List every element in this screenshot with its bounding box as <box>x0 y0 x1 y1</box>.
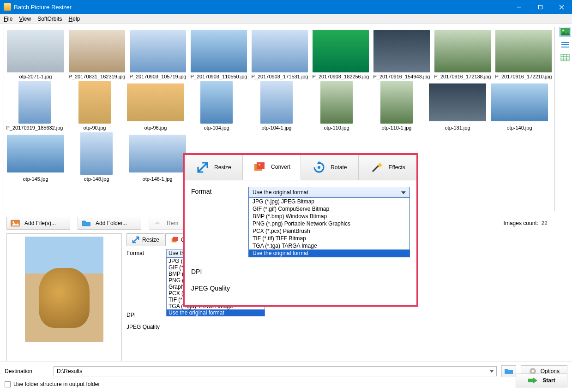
callout-tab-convert[interactable]: Convert <box>243 155 301 180</box>
svg-rect-13 <box>561 54 569 61</box>
thumbnail-item[interactable]: otp-110.jpg <box>309 81 364 131</box>
format-option[interactable]: TIF (*.tif) TIFF Bitmap <box>249 235 409 242</box>
tab-resize-label: Resize <box>142 237 159 243</box>
thumbnail-image <box>7 132 64 175</box>
view-sidebar <box>557 24 572 392</box>
add-files-button[interactable]: Add File(s)... <box>6 217 70 230</box>
svg-rect-1 <box>538 5 542 9</box>
resize-icon <box>196 160 210 174</box>
thumbnail-item[interactable]: P_20170903_110550.jpg <box>191 30 247 79</box>
preview-image <box>25 237 103 342</box>
callout-tab-rotate-label: Rotate <box>331 164 347 171</box>
thumbnail-image <box>129 132 186 175</box>
thumbnail-item[interactable]: otp-104.jpg <box>189 81 244 131</box>
thumbnail-item[interactable]: P_20170831_162319.jpg <box>69 30 125 79</box>
callout-tab-rotate[interactable]: Rotate <box>301 155 359 180</box>
convert-icon <box>253 160 266 174</box>
callout-tab-resize[interactable]: Resize <box>185 155 243 180</box>
thumbnails-icon <box>560 28 570 36</box>
jpeg-label-small: JPEG Quality <box>126 324 166 330</box>
thumbnail-item[interactable]: P_20170916_154943.jpg <box>373 30 430 79</box>
titlebar: Batch Picture Resizer <box>0 0 572 14</box>
format-option[interactable]: PNG (*.png) Portable Network Graphics <box>249 220 409 227</box>
format-label-small: Format <box>126 250 166 256</box>
thumbnail-image <box>18 81 51 124</box>
destination-combobox[interactable]: D:\Results <box>54 366 497 376</box>
svg-point-19 <box>531 370 534 373</box>
thumbnail-image <box>491 81 548 124</box>
callout-dpi-label: DPI <box>191 267 248 275</box>
thumbnail-item[interactable]: otp-148.jpg <box>69 132 124 182</box>
svg-point-9 <box>562 30 564 31</box>
thumbnail-item[interactable]: otp-96.jpg <box>127 81 184 131</box>
thumbnail-label: P_20170831_162319.jpg <box>69 74 126 79</box>
thumbnail-item[interactable]: otp-110-1.jpg <box>369 81 424 131</box>
thumbnail-item[interactable]: otp-140.jpg <box>491 81 548 131</box>
start-button[interactable]: Start <box>516 374 567 387</box>
thumbnail-image <box>252 30 308 72</box>
use-folder-structure-checkbox[interactable] <box>5 381 11 387</box>
format-option[interactable]: Use the original format <box>249 249 409 257</box>
svg-rect-22 <box>257 162 265 169</box>
menu-help[interactable]: Help <box>69 16 80 22</box>
format-option[interactable]: BMP (*.bmp) Windows Bitmap <box>249 213 409 220</box>
rotate-icon <box>312 160 326 174</box>
thumbnail-item[interactable]: P_20170916_172138.jpg <box>434 30 491 79</box>
callout-tab-effects[interactable]: Effects <box>359 155 416 180</box>
browse-destination-button[interactable] <box>501 365 516 377</box>
menu-file[interactable]: File <box>4 16 12 22</box>
thumbnail-label: otp-90.jpg <box>84 125 106 131</box>
thumbnail-image <box>130 30 186 72</box>
thumbnail-item[interactable]: otp-104-1.jpg <box>249 81 304 131</box>
thumbnail-label: otp-96.jpg <box>145 125 167 131</box>
menu-view[interactable]: View <box>19 16 31 22</box>
format-option[interactable]: GIF (*.gif) CompuServe Bitmap <box>249 205 409 213</box>
thumbnail-item[interactable]: P_20170903_105719.jpg <box>130 30 186 79</box>
thumbnail-item[interactable]: otp-131.jpg <box>429 81 486 131</box>
thumbnail-image <box>373 30 430 72</box>
maximize-button[interactable] <box>530 0 551 14</box>
format-option[interactable]: Use the original format <box>167 309 265 316</box>
view-details-button[interactable] <box>559 53 571 63</box>
thumbnail-image <box>69 30 125 72</box>
thumbnail-item[interactable]: otp-145.jpg <box>7 132 64 182</box>
thumbnail-label: P_20170916_154943.jpg <box>373 74 430 79</box>
callout-format-label: Format <box>191 187 248 195</box>
format-option[interactable]: JPG (*.jpg) JPEG Bitmap <box>249 198 409 205</box>
menu-softorbits[interactable]: SoftOrbits <box>37 16 62 22</box>
format-option[interactable]: TGA (*.tga) TARGA Image <box>249 242 409 249</box>
thumbnail-item[interactable]: P_20170916_172210.jpg <box>495 30 552 79</box>
thumbnail-item[interactable]: P_20170903_182256.jpg <box>313 30 369 79</box>
view-thumbnails-button[interactable] <box>559 27 571 37</box>
thumbnail-item[interactable]: P_20170903_171531.jpg <box>252 30 308 79</box>
svg-rect-7 <box>173 237 178 241</box>
tab-resize[interactable]: Resize <box>126 233 164 246</box>
bottom-bar: Destination D:\Results Options Use folde… <box>0 361 572 392</box>
callout-format-dropdown-list[interactable]: JPG (*.jpg) JPEG BitmapGIF (*.gif) Compu… <box>248 198 410 257</box>
convert-icon <box>170 236 179 244</box>
thumbnail-item[interactable]: otp-2071-1.jpg <box>7 30 64 79</box>
remove-label: Rem <box>167 220 178 226</box>
folder-icon <box>82 220 91 227</box>
thumbnail-item[interactable]: otp-90.jpg <box>67 81 122 131</box>
minimize-button[interactable] <box>508 0 530 14</box>
thumbnail-image <box>200 81 233 124</box>
add-folder-button[interactable]: Add Folder... <box>78 217 141 230</box>
thumbnail-image <box>78 81 111 124</box>
close-button[interactable] <box>551 0 572 14</box>
grid-icon <box>560 54 570 61</box>
format-option[interactable]: PCX (*.pcx) PaintBrush <box>249 227 409 235</box>
add-files-label: Add File(s)... <box>24 220 56 226</box>
thumbnail-label: otp-140.jpg <box>506 125 532 131</box>
callout-jpeg-label: JPEG Quality <box>191 284 248 292</box>
thumbnail-item[interactable]: P_20170919_185632.jpg <box>7 81 62 131</box>
thumbnail-image <box>495 30 552 72</box>
thumbnail-item[interactable]: otp-148-1.jpg <box>129 132 186 182</box>
dpi-label-small: DPI <box>126 312 166 318</box>
view-list-button[interactable] <box>559 40 571 50</box>
svg-point-5 <box>12 221 14 223</box>
thumbnail-label: P_20170903_105719.jpg <box>130 74 187 79</box>
remove-button[interactable]: Rem <box>149 217 185 230</box>
thumbnail-image <box>127 81 184 124</box>
callout-format-select[interactable]: Use the original format <box>248 187 410 198</box>
